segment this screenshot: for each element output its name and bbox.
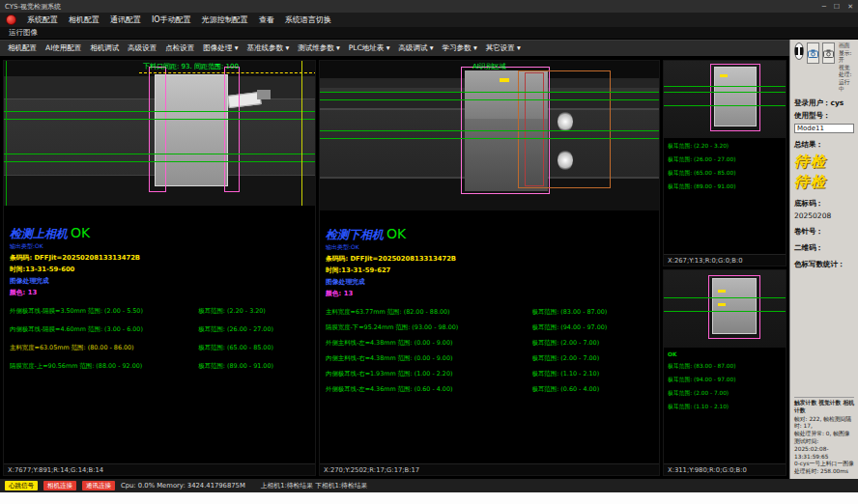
- close-button[interactable]: ✕: [847, 3, 853, 11]
- camera2-readout: 检测下相机OK 输出类型:OK 条码码: DFFJit=202502081331…: [320, 210, 659, 463]
- thumbnail1-image[interactable]: [664, 61, 786, 138]
- camera2-result-ok: OK: [386, 226, 406, 241]
- ai-region-label: AI识别区域: [472, 62, 506, 71]
- bottom-code-label: 底标码：: [794, 199, 854, 209]
- display-status-note: 画面显示:开 视觉处理:运行中: [839, 42, 854, 94]
- camera1-result-ok: OK: [71, 225, 90, 240]
- toolbar-plc-address[interactable]: PLC地址表 ▾: [349, 43, 390, 53]
- toolbar-image-processing[interactable]: 图像处理 ▾: [203, 43, 238, 53]
- toolbar-ai-config[interactable]: AI使用配置: [45, 43, 81, 53]
- camera2-barcode: 条码码: DFFJit=2025020813313472B: [326, 254, 653, 264]
- toolbar-other-settings[interactable]: 其它设置 ▾: [486, 43, 521, 53]
- menu-camera-config[interactable]: 相机配置: [69, 14, 100, 25]
- menu-comm-config[interactable]: 通讯配置: [110, 14, 141, 25]
- total-result-value-1: 待检: [794, 153, 854, 170]
- side-panel: 画面显示:开 视觉处理:运行中 登录用户：cys 使用型号： Mode11 总结…: [789, 40, 858, 479]
- camera1-result-title: 检测上相机: [10, 227, 68, 240]
- toolbar-camera-config[interactable]: 相机配置: [8, 43, 37, 53]
- thumbnail1-text: 极耳范围: (2.20 - 3.20) 极耳范围: (26.00 - 27.00…: [664, 138, 786, 254]
- measure-line-green: [320, 130, 659, 131]
- measure-line-green: [4, 119, 315, 120]
- camera2-measurements: 主料宽度=63.77mm 范围: (82.00 - 88.00)极耳范围: (8…: [326, 308, 653, 401]
- measure-line-green: [664, 297, 786, 298]
- toolbar: 相机配置 AI使用配置 相机调试 高级设置 点检设置 图像处理 ▾ 基准线参数 …: [0, 40, 789, 57]
- measurement-row: 主料宽度=63.05mm 范围: (80.00 - 86.00)极耳范围: (6…: [10, 344, 309, 352]
- timing-stats-header: 触发计数 视觉计数 相机计数: [794, 400, 854, 415]
- thumbnail2-panel: OK 极耳范围: (83.00 - 87.00) 极耳范围: (94.00 - …: [663, 269, 786, 476]
- toolbar-spot-check[interactable]: 点检设置: [165, 43, 194, 53]
- camera-icon: [823, 49, 834, 58]
- login-user-label: 登录用户：cys: [794, 98, 854, 108]
- thumbnail-column: 极耳范围: (2.20 - 3.20) 极耳范围: (26.00 - 27.00…: [663, 60, 786, 476]
- toolbar-test-params[interactable]: 测试维参数 ▾: [298, 43, 340, 53]
- camera-views: 下料口间距: 93. 间距范围: 100 检测上相机OK 输出类型:OK 条码码…: [0, 57, 789, 479]
- toolbar-advanced-settings[interactable]: 高级设置: [128, 43, 157, 53]
- thumbnail1-pixel-coords: X:267;Y:13;R:0;G:0;B:0: [664, 254, 786, 266]
- measurement-row: 隔膜宽度-上=90.56mm 范围: (88.00 - 92.00)极耳范围: …: [10, 362, 309, 371]
- baseline-yellow: [139, 72, 315, 73]
- measure-line-green: [664, 105, 786, 106]
- window-title: CYS-视觉检测系统: [5, 2, 61, 12]
- measure-line-green: [4, 161, 315, 162]
- measurement-row: 外侧极耳线-左=4.36mm 范围: (0.60 - 4.00)极耳范围: (0…: [326, 385, 653, 394]
- main-content: 相机配置 AI使用配置 相机调试 高级设置 点检设置 图像处理 ▾ 基准线参数 …: [0, 40, 858, 479]
- tabrow: 运行图像: [0, 27, 858, 40]
- timing-stats-line: 0-cys一号上料口一图像处理耗时: 258.00ms: [794, 461, 854, 476]
- titlebar: CYS-视觉检测系统 ─ ☐ ✕: [0, 0, 858, 13]
- cpu-memory-status: Cpu: 0.0% Memory: 3424.41796875M: [121, 482, 245, 490]
- camera1-measurements: 外侧极耳线-隔膜=3.50mm 范围: (2.00 - 5.50)极耳范围: (…: [10, 307, 309, 380]
- comm-connection-badge: 通讯连接: [82, 481, 115, 490]
- camera1-image[interactable]: 下料口间距: 93. 间距范围: 100: [4, 61, 315, 206]
- thumbnail2-pixel-coords: X:311;Y:980;R:0;G:0;B:0: [664, 463, 786, 475]
- camera-auto-button[interactable]: [807, 42, 819, 64]
- measurement-row: 内侧极耳线-右=1.93mm 范围: (1.00 - 2.20)极耳范围: (1…: [326, 370, 653, 378]
- app-logo-icon: [6, 14, 16, 25]
- timing-stats-line: 2025:02:08-13:31:59:65: [794, 446, 854, 462]
- minimize-button[interactable]: ─: [822, 3, 826, 11]
- camera1-process-status: 图像处理完成: [10, 276, 309, 286]
- camera1-barcode: 条码码: DFFJit=2025020813313472B: [10, 253, 309, 263]
- camera2-pixel-coords: X:270;Y:2502;R:17;G:17;B:17: [320, 463, 659, 475]
- menu-view[interactable]: 查看: [259, 14, 274, 25]
- maximize-button[interactable]: ☐: [834, 3, 840, 11]
- toolbar-learning-params[interactable]: 学习参数 ▾: [443, 43, 477, 53]
- camera1-color: 颜色: 13: [10, 288, 309, 297]
- thumbnail2-ok: OK: [668, 351, 782, 357]
- roi-rect-magenta: [224, 67, 240, 192]
- menu-light-control-config[interactable]: 光源控制配置: [202, 14, 248, 25]
- toolbar-baseline-params[interactable]: 基准线参数 ▾: [247, 43, 290, 53]
- measure-line-green: [664, 311, 786, 312]
- marker-yellow: [718, 303, 726, 306]
- measure-line-green: [4, 111, 315, 112]
- camera2-process-status: 图像处理完成: [326, 277, 653, 287]
- measurement-row: 内侧极耳线-隔膜=4.60mm 范围: (3.00 - 6.00)极耳范围: (…: [10, 325, 309, 334]
- camera-manual-button[interactable]: [822, 42, 835, 64]
- marker-yellow: [720, 74, 728, 77]
- timing-stats-line: 帧对: 222, 帧检测间隔时: 17,: [794, 416, 854, 432]
- marker-yellow: [500, 78, 509, 82]
- tab-run-image[interactable]: 运行图像: [9, 28, 38, 38]
- model-label: 使用型号：: [794, 111, 854, 121]
- left-column: 相机配置 AI使用配置 相机调试 高级设置 点检设置 图像处理 ▾ 基准线参数 …: [0, 40, 789, 479]
- camera2-image[interactable]: AI识别区域: [320, 61, 659, 210]
- window-controls: ─ ☐ ✕: [822, 3, 853, 11]
- pause-button[interactable]: [794, 42, 804, 60]
- menu-system-config[interactable]: 系统配置: [27, 14, 58, 25]
- toolbar-camera-debug[interactable]: 相机调试: [90, 43, 119, 53]
- measurement-row: 主料宽度=63.77mm 范围: (82.00 - 88.00)极耳范围: (8…: [326, 308, 653, 317]
- menu-io-manual-config[interactable]: IO手动配置: [152, 14, 191, 25]
- camera-result-status: 上相机1:待检结果 下相机1:待检结果: [261, 481, 368, 490]
- thumbnail2-image[interactable]: [664, 270, 786, 348]
- measurement-row: 外侧极耳线-隔膜=3.50mm 范围: (2.00 - 5.50)极耳范围: (…: [10, 307, 309, 316]
- roi-rect-magenta: [149, 67, 166, 192]
- timing-stats-line: 帧处理异常: 0, 帧图像测试时间:: [794, 431, 854, 446]
- roi-rect-pink: [710, 64, 760, 131]
- measurement-row: 内侧主料线-右=4.38mm 范围: (0.00 - 9.00)极耳范围: (2…: [326, 354, 653, 363]
- bottom-strip: [0, 492, 858, 504]
- roi-rect-pink: [708, 275, 760, 339]
- pause-icon: [795, 47, 798, 55]
- toolbar-advanced-debug[interactable]: 高级调试 ▾: [398, 43, 433, 53]
- menu-language-switch[interactable]: 系统语言切换: [285, 14, 331, 25]
- model-select[interactable]: Mode11: [794, 124, 854, 133]
- camera2-panel: AI识别区域 检测下相机OK 输出类型:OK 条码码: DFFJit=20250…: [319, 60, 660, 476]
